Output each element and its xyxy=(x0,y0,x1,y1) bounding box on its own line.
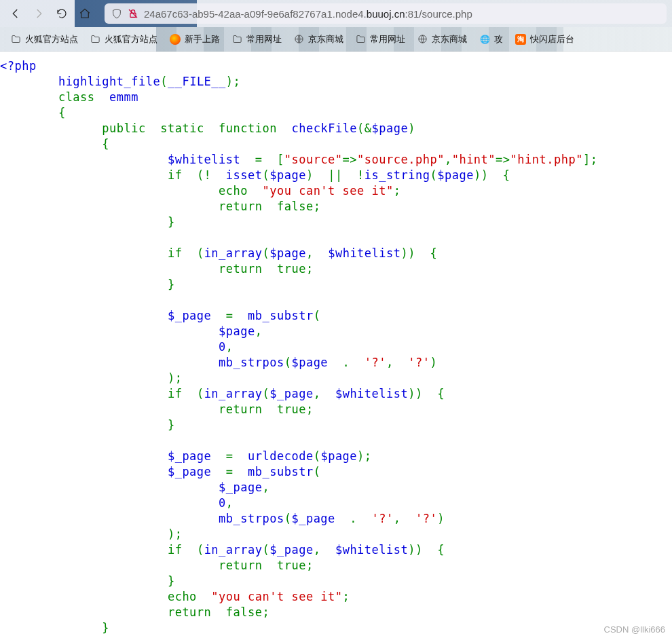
bookmark-item[interactable]: 常用网址 xyxy=(350,31,411,48)
bookmark-label: 京东商城 xyxy=(432,33,467,45)
bookmark-item[interactable]: 常用网址 xyxy=(227,31,287,48)
bookmark-label: 京东商城 xyxy=(308,33,343,45)
lock-slash-icon xyxy=(128,8,138,19)
bookmark-label: 常用网址 xyxy=(370,33,405,45)
bookmark-label: 新手上路 xyxy=(185,33,220,45)
bookmark-label: 快闪店后台 xyxy=(530,33,574,45)
reload-button[interactable] xyxy=(52,3,72,24)
forward-button[interactable] xyxy=(29,3,49,24)
browser-toolbar: 24a67c63-ab95-42aa-a09f-9e6af82767a1.nod… xyxy=(0,0,672,27)
url-text: 24a67c63-ab95-42aa-a09f-9e6af82767a1.nod… xyxy=(144,8,472,20)
bookmark-label: 火狐官方站点 xyxy=(105,33,157,45)
firefox-icon xyxy=(170,34,181,45)
bookmarks-bar: 火狐官方站点火狐官方站点新手上路常用网址京东商城常用网址京东商城🌐攻淘快闪店后台 xyxy=(0,27,672,52)
bookmark-label: 常用网址 xyxy=(246,33,282,45)
bookmark-item[interactable]: 🌐攻 xyxy=(474,31,508,48)
bookmark-item[interactable]: 火狐官方站点 xyxy=(5,31,83,48)
shield-icon xyxy=(111,8,122,19)
bookmark-label: 攻 xyxy=(494,33,503,45)
bookmark-label: 火狐官方站点 xyxy=(25,33,78,45)
home-button[interactable] xyxy=(75,3,95,24)
bookmark-item[interactable]: 京东商城 xyxy=(412,31,472,48)
php-source: <?php highlight_file(__FILE__); class em… xyxy=(0,52,672,636)
svg-rect-0 xyxy=(130,13,136,17)
taobao-icon: 淘 xyxy=(515,34,526,45)
watermark: CSDN @llki666 xyxy=(604,624,666,635)
url-bar[interactable]: 24a67c63-ab95-42aa-a09f-9e6af82767a1.nod… xyxy=(105,3,667,24)
back-button[interactable] xyxy=(5,3,26,24)
bookmark-item[interactable]: 火狐官方站点 xyxy=(85,31,163,48)
bookmark-item[interactable]: 京东商城 xyxy=(288,31,349,48)
site-icon: 🌐 xyxy=(479,34,490,45)
bookmark-item[interactable]: 淘快闪店后台 xyxy=(510,31,580,48)
bookmark-item[interactable]: 新手上路 xyxy=(164,31,225,48)
